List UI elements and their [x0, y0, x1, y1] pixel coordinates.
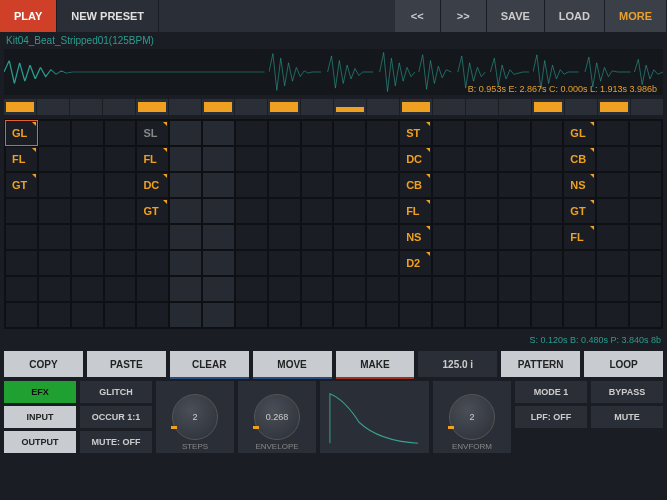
grid-cell[interactable] — [71, 198, 104, 224]
grid-cell[interactable] — [498, 198, 531, 224]
grid-cell[interactable] — [531, 276, 564, 302]
grid-cell[interactable] — [432, 250, 465, 276]
grid-cell[interactable] — [563, 276, 596, 302]
waveform[interactable]: B: 0.953s E: 2.867s C: 0.000s L: 1.913s … — [4, 49, 663, 95]
grid-cell[interactable] — [235, 302, 268, 328]
pattern-button[interactable]: PATTERN — [501, 351, 580, 377]
next-button[interactable]: >> — [441, 0, 487, 32]
grid-cell[interactable] — [71, 250, 104, 276]
steps-knob[interactable]: 2 STEPS — [156, 381, 234, 453]
paste-button[interactable]: PASTE — [87, 351, 166, 377]
grid-cell[interactable] — [104, 120, 137, 146]
grid-cell[interactable]: GL — [5, 120, 38, 146]
grid-cell[interactable] — [235, 198, 268, 224]
grid-cell[interactable] — [465, 120, 498, 146]
lpf-button[interactable]: LPF: OFF — [515, 406, 587, 428]
grid-cell[interactable] — [38, 250, 71, 276]
grid-cell[interactable] — [465, 224, 498, 250]
grid-cell[interactable]: FL — [136, 146, 169, 172]
make-button[interactable]: MAKE — [336, 351, 415, 377]
grid-cell[interactable] — [268, 250, 301, 276]
grid-cell[interactable] — [235, 250, 268, 276]
grid-cell[interactable] — [5, 276, 38, 302]
grid-cell[interactable] — [563, 302, 596, 328]
grid-cell[interactable] — [366, 276, 399, 302]
loop-button[interactable]: LOOP — [584, 351, 663, 377]
grid-cell[interactable] — [71, 146, 104, 172]
more-button[interactable]: MORE — [605, 0, 667, 32]
step-cell[interactable] — [301, 99, 333, 115]
grid-cell[interactable] — [531, 302, 564, 328]
grid-cell[interactable]: GL — [563, 120, 596, 146]
grid-cell[interactable] — [38, 172, 71, 198]
grid-cell[interactable] — [432, 172, 465, 198]
grid-cell[interactable] — [38, 120, 71, 146]
grid-cell[interactable] — [333, 224, 366, 250]
grid-cell[interactable] — [596, 250, 629, 276]
step-cell[interactable] — [433, 99, 465, 115]
grid-cell[interactable] — [268, 146, 301, 172]
grid-cell[interactable] — [268, 302, 301, 328]
mute-button[interactable]: MUTE: OFF — [80, 431, 152, 453]
grid-cell[interactable] — [301, 302, 334, 328]
grid-cell[interactable] — [399, 276, 432, 302]
grid-cell[interactable] — [399, 302, 432, 328]
grid-cell[interactable] — [563, 250, 596, 276]
grid-cell[interactable] — [71, 276, 104, 302]
grid-cell[interactable] — [432, 224, 465, 250]
grid-cell[interactable] — [366, 250, 399, 276]
grid-cell[interactable]: ST — [399, 120, 432, 146]
grid-cell[interactable] — [301, 146, 334, 172]
step-cell[interactable] — [235, 99, 267, 115]
grid-cell[interactable]: NS — [399, 224, 432, 250]
grid-cell[interactable] — [104, 276, 137, 302]
step-cell[interactable] — [136, 99, 168, 115]
grid-cell[interactable] — [629, 146, 662, 172]
grid-cell[interactable] — [498, 224, 531, 250]
grid-cell[interactable] — [5, 250, 38, 276]
grid-cell[interactable] — [629, 302, 662, 328]
grid-cell[interactable] — [596, 120, 629, 146]
grid-cell[interactable] — [498, 250, 531, 276]
grid-cell[interactable] — [202, 250, 235, 276]
grid-cell[interactable] — [366, 146, 399, 172]
prev-button[interactable]: << — [395, 0, 441, 32]
grid-cell[interactable] — [169, 120, 202, 146]
grid-cell[interactable] — [235, 276, 268, 302]
step-cell[interactable] — [334, 99, 366, 115]
grid-cell[interactable]: GT — [136, 198, 169, 224]
grid-cell[interactable] — [38, 198, 71, 224]
grid-cell[interactable]: NS — [563, 172, 596, 198]
move-button[interactable]: MOVE — [253, 351, 332, 377]
grid-cell[interactable] — [5, 302, 38, 328]
output-button[interactable]: OUTPUT — [4, 431, 76, 453]
step-cell[interactable] — [466, 99, 498, 115]
grid-cell[interactable]: FL — [563, 224, 596, 250]
grid-cell[interactable] — [531, 120, 564, 146]
grid-cell[interactable] — [104, 302, 137, 328]
grid-cell[interactable] — [104, 172, 137, 198]
grid-cell[interactable] — [268, 198, 301, 224]
grid-cell[interactable] — [432, 198, 465, 224]
grid-cell[interactable] — [202, 198, 235, 224]
grid-cell[interactable] — [432, 302, 465, 328]
grid-cell[interactable] — [333, 146, 366, 172]
grid-cell[interactable] — [465, 146, 498, 172]
grid-cell[interactable] — [169, 250, 202, 276]
grid-cell[interactable] — [104, 224, 137, 250]
grid-cell[interactable] — [104, 146, 137, 172]
grid-cell[interactable] — [465, 276, 498, 302]
step-sequencer[interactable] — [4, 99, 663, 115]
grid-cell[interactable] — [71, 120, 104, 146]
step-cell[interactable] — [169, 99, 201, 115]
envelope-knob[interactable]: 0.268 ENVELOPE — [238, 381, 316, 453]
envform-knob[interactable]: 2 ENVFORM — [433, 381, 511, 453]
grid-cell[interactable] — [38, 276, 71, 302]
grid-cell[interactable]: FL — [399, 198, 432, 224]
grid-cell[interactable] — [169, 198, 202, 224]
grid-cell[interactable] — [202, 276, 235, 302]
grid-cell[interactable] — [71, 172, 104, 198]
pattern-grid[interactable]: GLSLSTGLFLFLDCCBGTDCCBNSGTFLGTNSFLD2 — [4, 119, 663, 329]
grid-cell[interactable] — [202, 302, 235, 328]
grid-cell[interactable] — [596, 302, 629, 328]
